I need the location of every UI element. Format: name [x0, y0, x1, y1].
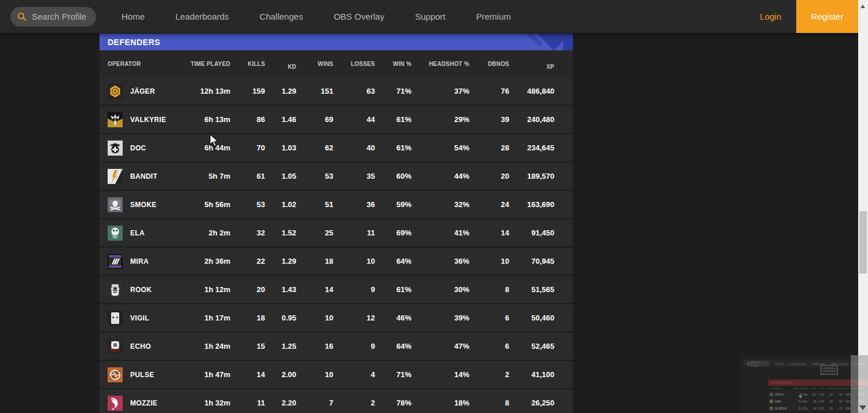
col-header-headshot: HEADSHOT % — [411, 61, 469, 67]
table-row-valkyrie[interactable]: VALKYRIE 6h 13m 86 1.46 69 44 61% 29% 39… — [100, 106, 573, 133]
smoke-icon — [108, 197, 123, 212]
cell-dbnos: 8 — [469, 399, 509, 407]
cell-headshot-pct: 29% — [411, 115, 469, 124]
cell-headshot-pct: 30% — [411, 285, 469, 294]
operator-name: MOZZIE — [130, 399, 157, 407]
cell-win-pct: 71% — [375, 370, 411, 379]
nav-item-leaderboards[interactable]: Leaderboards — [175, 12, 229, 21]
cell-dbnos: 14 — [469, 228, 509, 237]
preview-col-header: WINS — [824, 387, 833, 390]
scrollbar-track[interactable] — [858, 0, 868, 413]
cell-headshot-pct: 39% — [411, 314, 469, 322]
table-row-rook[interactable]: ROOK 1h 12m 20 1.43 14 9 61% 30% 8 51,56… — [100, 276, 573, 303]
defenders-banner: DEFENDERS — [100, 34, 573, 50]
table-row-echo[interactable]: ECHO 1h 24m 15 1.25 16 9 64% 47% 6 52,46… — [100, 333, 573, 360]
cell-time-played: 1h 24m — [165, 342, 230, 351]
preview-popup-box — [821, 365, 838, 375]
preview-col-header: WIN % — [843, 387, 851, 390]
cell-kills: 11 — [230, 399, 265, 407]
preview-col-header: KD — [816, 387, 824, 390]
cell-kd: 1.29 — [265, 87, 296, 95]
cell-headshot-pct: 18% — [411, 399, 469, 407]
table-row-doc[interactable]: DOC 6h 44m 70 1.03 62 40 61% 54% 28 234,… — [100, 134, 573, 161]
col-header-kd: KD — [265, 64, 296, 70]
cell-headshot-pct: 44% — [411, 172, 469, 180]
nav-item-challenges[interactable]: Challenges — [260, 12, 303, 21]
cell-losses: 9 — [333, 342, 375, 351]
echo-icon — [108, 339, 123, 354]
cell-xp: 50,460 — [509, 314, 554, 322]
valkyrie-icon — [108, 112, 123, 127]
cell-win-pct: 46% — [375, 314, 411, 322]
cell-wins: 53 — [296, 172, 333, 180]
search-input[interactable] — [32, 12, 89, 21]
cell-losses: 11 — [333, 228, 375, 237]
col-header-win: WIN % — [375, 61, 411, 67]
cell-kd: 1.25 — [265, 342, 296, 351]
table-row-jager[interactable]: JÄGER 12h 13m 159 1.29 151 63 71% 37% 76… — [100, 78, 573, 105]
cell-xp: 91,450 — [509, 228, 554, 237]
preview-operator-name: SLEDGE — [775, 407, 787, 410]
preview-operator-icon — [770, 407, 773, 410]
cell-xp: 26,250 — [509, 399, 554, 407]
table-row-vigil[interactable]: VIGIL 1h 17m 18 0.95 10 12 46% 39% 6 50,… — [100, 304, 573, 331]
cell-losses: 12 — [333, 314, 375, 322]
cell-xp: 234,645 — [509, 143, 554, 152]
table-row-bandit[interactable]: BANDIT 5h 7m 61 1.05 53 35 60% 44% 20 18… — [100, 163, 573, 190]
cell-kills: 32 — [230, 228, 265, 237]
col-header-kills: KILLS — [230, 61, 265, 67]
cell-kills: 15 — [230, 342, 265, 351]
table-row-mozzie[interactable]: MOZZIE 1h 32m 11 2.20 7 2 78% 18% 8 26,2… — [100, 389, 573, 413]
cell-kills: 70 — [230, 143, 265, 152]
cell-xp: 51,565 — [509, 285, 554, 294]
cell-kills: 20 — [230, 285, 265, 294]
table-row-pulse[interactable]: PULSE 1h 47m 14 2.00 10 4 71% 14% 2 41,1… — [100, 361, 573, 388]
cell-xp: 189,570 — [509, 172, 554, 180]
cell-headshot-pct: 14% — [411, 370, 469, 379]
preview-operator-icon — [770, 400, 773, 403]
preview-col-header: KILLS — [808, 387, 816, 390]
nav-item-support[interactable]: Support — [415, 12, 446, 21]
nav-item-obs-overlay[interactable]: OBS Overlay — [334, 12, 385, 21]
login-link[interactable]: Login — [760, 12, 781, 21]
nav-item-premium[interactable]: Premium — [476, 12, 511, 21]
cell-wins: 18 — [296, 257, 333, 266]
cell-dbnos: 39 — [469, 115, 509, 124]
table-row-mira[interactable]: MIRA 2h 36m 22 1.29 18 10 64% 36% 10 70,… — [100, 248, 573, 275]
search-profile-pill[interactable] — [10, 7, 96, 27]
top-nav: HomeLeaderboardsChallengesOBS OverlaySup… — [0, 0, 858, 33]
cell-headshot-pct: 37% — [411, 87, 469, 95]
operator-name: JÄGER — [130, 87, 155, 95]
operator-name: VIGIL — [130, 314, 149, 322]
cell-win-pct: 61% — [375, 143, 411, 152]
cell-wins: 151 — [296, 87, 333, 95]
bandit-icon — [108, 169, 123, 184]
register-button[interactable]: Register — [796, 0, 858, 33]
col-header-dbnos: DBNOS — [469, 61, 509, 67]
operator-name: SMOKE — [130, 201, 157, 209]
cell-wins: 51 — [296, 200, 333, 209]
cell-win-pct: 69% — [375, 228, 411, 237]
cell-time-played: 1h 47m — [165, 370, 230, 379]
table-row-ela[interactable]: ELA 2h 2m 32 1.52 25 11 69% 41% 14 91,45… — [100, 219, 573, 246]
cell-losses: 44 — [333, 115, 375, 124]
table-row-smoke[interactable]: SMOKE 5h 56m 53 1.02 51 36 59% 32% 24 16… — [100, 191, 573, 218]
cell-kills: 53 — [230, 200, 265, 209]
cell-dbnos: 28 — [469, 143, 509, 152]
preview-col-header: OPERATOR — [770, 387, 790, 390]
cell-wins: 14 — [296, 285, 333, 294]
scrollbar-thumb[interactable] — [859, 211, 867, 274]
cell-kills: 18 — [230, 314, 265, 322]
nav-item-home[interactable]: Home — [122, 12, 145, 21]
jager-icon — [108, 84, 123, 99]
cell-kd: 1.29 — [265, 257, 296, 266]
cell-time-played: 1h 32m — [165, 399, 230, 407]
cell-win-pct: 61% — [375, 285, 411, 294]
scrollbar-up-arrow-icon[interactable] — [860, 5, 865, 8]
cell-wins: 25 — [296, 228, 333, 237]
cell-time-played: 2h 2m — [165, 228, 230, 237]
cell-losses: 9 — [333, 285, 375, 294]
cell-losses: 36 — [333, 200, 375, 209]
cell-win-pct: 64% — [375, 257, 411, 266]
scrollbar-down-arrow-icon[interactable] — [859, 405, 866, 410]
